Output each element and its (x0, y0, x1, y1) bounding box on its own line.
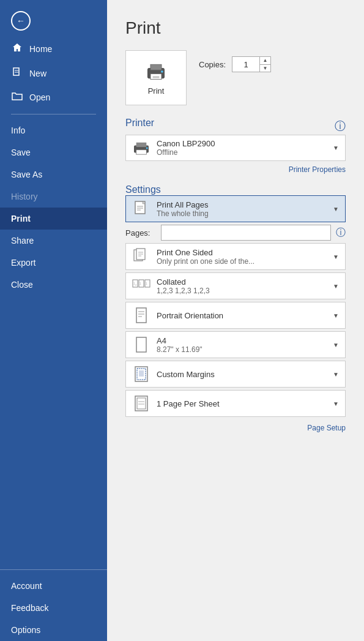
paper-size-info: A4 8.27" x 11.69" (157, 336, 327, 354)
print-pages-icon (132, 200, 150, 218)
sidebar-item-home[interactable]: Home (0, 37, 107, 61)
svg-rect-10 (136, 142, 147, 146)
per-sheet-dropdown[interactable]: 1 Page Per Sheet ▼ (125, 390, 346, 417)
svg-text:1: 1 (139, 282, 141, 285)
print-pages-arrow-icon: ▼ (333, 206, 339, 212)
printer-info-icon[interactable]: ⓘ (335, 119, 346, 133)
per-sheet-icon (132, 394, 150, 413)
print-button-label: Print (148, 86, 165, 96)
per-sheet-arrow-icon: ▼ (333, 400, 339, 407)
pages-info-icon[interactable]: ⓘ (336, 227, 346, 239)
printer-dropdown-arrow-icon: ▼ (333, 144, 339, 151)
margins-dropdown[interactable]: Custom Margins ▼ (125, 361, 346, 388)
copies-label: Copies: (199, 60, 226, 69)
sidebar-item-history: History (0, 186, 107, 208)
copies-spinner: ▲ ▼ (259, 57, 270, 72)
collated-main: Collated (157, 277, 327, 287)
sidebar-item-new[interactable]: New (0, 61, 107, 86)
print-sided-dropdown[interactable]: Print One Sided Only print on one side o… (125, 243, 346, 270)
sidebar-item-open-label: Open (29, 92, 50, 102)
sidebar-item-account-label: Account (11, 581, 42, 591)
settings-section-title: Settings (125, 184, 161, 195)
print-sided-sub: Only print on one side of the... (157, 257, 327, 266)
svg-point-12 (146, 147, 148, 149)
collated-icon: 1 2 1 1 (132, 277, 150, 295)
sidebar-item-home-label: Home (29, 44, 52, 54)
orientation-main: Portrait Orientation (157, 311, 327, 320)
sidebar-item-export[interactable]: Export (0, 252, 107, 274)
sidebar-item-info-label: Info (11, 126, 25, 135)
print-sided-arrow-icon: ▼ (333, 253, 339, 260)
sidebar-item-save-as[interactable]: Save As (0, 163, 107, 186)
print-pages-info: Print All Pages The whole thing (157, 200, 327, 218)
svg-rect-33 (136, 337, 146, 352)
sidebar-item-options[interactable]: Options (0, 619, 107, 641)
paper-size-arrow-icon: ▼ (333, 342, 339, 348)
copies-down-button[interactable]: ▼ (260, 65, 270, 72)
svg-point-6 (161, 70, 163, 73)
page-setup-link: Page Setup (125, 422, 346, 433)
sidebar-item-share[interactable]: Share (0, 230, 107, 252)
pages-label: Pages: (125, 228, 156, 238)
copies-up-button[interactable]: ▲ (260, 57, 270, 65)
sidebar-item-print[interactable]: Print (0, 208, 107, 230)
main-content: Print Print Copies: 1 ▲ ▼ (107, 0, 364, 641)
margins-main: Custom Margins (157, 370, 327, 379)
collated-arrow-icon: ▼ (333, 283, 339, 290)
back-button[interactable]: ← (0, 0, 107, 37)
printer-dropdown[interactable]: Canon LBP2900 Offline ▼ (125, 135, 346, 161)
printer-section-title: Printer (125, 118, 154, 129)
print-pages-dropdown[interactable]: Print All Pages The whole thing ▼ (125, 195, 346, 222)
paper-size-dropdown[interactable]: A4 8.27" x 11.69" ▼ (125, 331, 346, 358)
pages-row: Pages: ⓘ (125, 225, 346, 241)
margins-arrow-icon: ▼ (333, 371, 339, 378)
svg-rect-36 (139, 370, 144, 377)
page-setup-button[interactable]: Page Setup (307, 424, 346, 432)
print-top-section: Print Copies: 1 ▲ ▼ (125, 50, 346, 105)
printer-properties-link: Printer Properties (125, 163, 346, 174)
print-sided-info: Print One Sided Only print on one side o… (157, 248, 327, 266)
printer-section-header: Printer ⓘ (125, 118, 346, 135)
sidebar: ← Home New (0, 0, 107, 641)
sidebar-item-export-label: Export (11, 258, 35, 268)
settings-section: Settings Print All Pages The whole thing… (125, 184, 346, 433)
collated-sub: 1,2,3 1,2,3 1,2,3 (157, 287, 327, 295)
sidebar-item-close[interactable]: Close (0, 274, 107, 296)
sidebar-item-account[interactable]: Account (0, 575, 107, 597)
copies-value[interactable]: 1 (232, 57, 259, 72)
collated-info: Collated 1,2,3 1,2,3 1,2,3 (157, 277, 327, 295)
sidebar-item-share-label: Share (11, 236, 34, 246)
print-pages-main: Print All Pages (157, 200, 327, 209)
printer-properties-button[interactable]: Printer Properties (289, 165, 346, 174)
pages-input[interactable] (161, 225, 331, 241)
svg-rect-11 (136, 149, 147, 154)
sidebar-item-info[interactable]: Info (0, 119, 107, 141)
svg-text:1: 1 (146, 282, 147, 285)
collated-dropdown[interactable]: 1 2 1 1 Collated 1,2,3 1,2,3 1,2,3 ▼ (125, 272, 346, 299)
paper-size-icon (132, 335, 150, 354)
print-button[interactable]: Print (125, 50, 187, 105)
print-sided-icon (132, 247, 150, 266)
svg-rect-38 (137, 398, 146, 409)
new-icon (11, 67, 23, 80)
copies-section: Copies: 1 ▲ ▼ (199, 50, 271, 72)
sidebar-item-new-label: New (29, 69, 46, 78)
svg-rect-4 (150, 64, 162, 70)
paper-size-main: A4 (157, 336, 327, 345)
sidebar-item-save-label: Save (11, 148, 31, 157)
orientation-dropdown[interactable]: Portrait Orientation ▼ (125, 302, 346, 329)
margins-info: Custom Margins (157, 370, 327, 379)
printer-dropdown-icon (132, 141, 150, 156)
svg-rect-0 (13, 68, 19, 75)
printer-info: Canon LBP2900 Offline (157, 139, 327, 157)
sidebar-item-close-label: Close (11, 280, 33, 290)
printer-name: Canon LBP2900 (157, 139, 327, 148)
sidebar-item-open[interactable]: Open (0, 86, 107, 109)
copies-input-wrapper: 1 ▲ ▼ (232, 56, 271, 72)
margins-icon (132, 365, 150, 383)
sidebar-item-feedback[interactable]: Feedback (0, 597, 107, 619)
paper-size-sub: 8.27" x 11.69" (157, 345, 327, 354)
per-sheet-main: 1 Page Per Sheet (157, 399, 327, 408)
printer-section: Printer ⓘ Canon LBP2900 Offline ▼ Printe… (125, 118, 346, 174)
sidebar-item-save[interactable]: Save (0, 141, 107, 163)
